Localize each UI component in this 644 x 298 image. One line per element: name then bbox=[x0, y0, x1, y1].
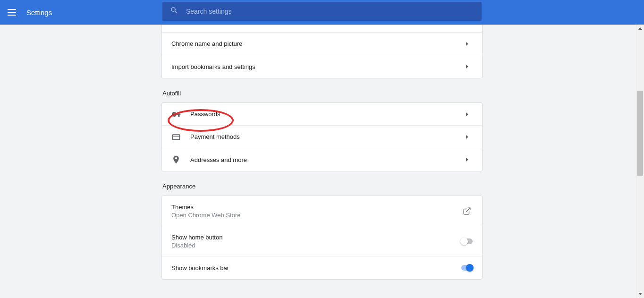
chrome-name-picture-row[interactable]: Chrome name and picture bbox=[162, 33, 482, 55]
import-bookmarks-row[interactable]: Import bookmarks and settings bbox=[162, 55, 482, 78]
themes-row[interactable]: Themes Open Chrome Web Store bbox=[162, 196, 482, 226]
home-button-toggle[interactable] bbox=[461, 238, 473, 244]
header-bar: Settings bbox=[0, 0, 644, 25]
chevron-right-icon bbox=[461, 42, 473, 46]
search-icon bbox=[170, 6, 178, 17]
scroll-thumb[interactable] bbox=[637, 91, 643, 176]
row-label: Show bookmarks bar bbox=[171, 264, 461, 272]
key-icon bbox=[171, 110, 190, 119]
partial-row-cutoff bbox=[162, 25, 482, 33]
row-label: Themes bbox=[171, 204, 461, 211]
payment-methods-row[interactable]: Payment methods bbox=[162, 126, 482, 148]
chevron-right-icon bbox=[461, 135, 473, 139]
show-home-button-row[interactable]: Show home button Disabled bbox=[162, 226, 482, 256]
row-label: Passwords bbox=[190, 111, 461, 118]
page-title: Settings bbox=[26, 9, 52, 17]
row-label: Chrome name and picture bbox=[171, 40, 461, 47]
section-title-appearance: Appearance bbox=[162, 183, 483, 190]
content-area: Chrome name and picture Import bookmarks… bbox=[0, 25, 644, 298]
credit-card-icon bbox=[171, 132, 190, 142]
chevron-right-icon bbox=[461, 112, 473, 116]
passwords-row[interactable]: Passwords bbox=[162, 103, 482, 126]
row-label: Import bookmarks and settings bbox=[171, 63, 461, 70]
chevron-right-icon bbox=[461, 65, 473, 68]
svg-line-2 bbox=[466, 208, 470, 212]
autofill-card: Passwords Payment methods Addresses and … bbox=[161, 102, 483, 171]
row-subtitle: Disabled bbox=[171, 242, 461, 249]
svg-rect-0 bbox=[173, 135, 180, 140]
search-input[interactable] bbox=[186, 8, 474, 15]
bookmarks-bar-toggle[interactable] bbox=[461, 265, 473, 271]
addresses-row[interactable]: Addresses and more bbox=[162, 148, 482, 171]
row-subtitle: Open Chrome Web Store bbox=[171, 212, 461, 219]
scroll-up-arrow-icon[interactable] bbox=[636, 25, 644, 33]
external-link-icon bbox=[461, 207, 473, 215]
chevron-right-icon bbox=[461, 158, 473, 162]
scroll-down-arrow-icon[interactable] bbox=[636, 290, 644, 298]
search-bar[interactable] bbox=[162, 2, 482, 21]
row-label: Payment methods bbox=[190, 133, 461, 140]
location-icon bbox=[171, 155, 190, 164]
row-label: Show home button bbox=[171, 234, 461, 241]
vertical-scrollbar[interactable] bbox=[636, 25, 644, 298]
appearance-card: Themes Open Chrome Web Store Show home b… bbox=[161, 196, 483, 280]
row-label: Addresses and more bbox=[190, 156, 461, 163]
show-bookmarks-bar-row[interactable]: Show bookmarks bar bbox=[162, 256, 482, 279]
hamburger-menu-icon[interactable] bbox=[8, 7, 19, 18]
section-title-autofill: Autofill bbox=[162, 90, 483, 97]
you-and-google-card-partial: Chrome name and picture Import bookmarks… bbox=[161, 25, 483, 78]
